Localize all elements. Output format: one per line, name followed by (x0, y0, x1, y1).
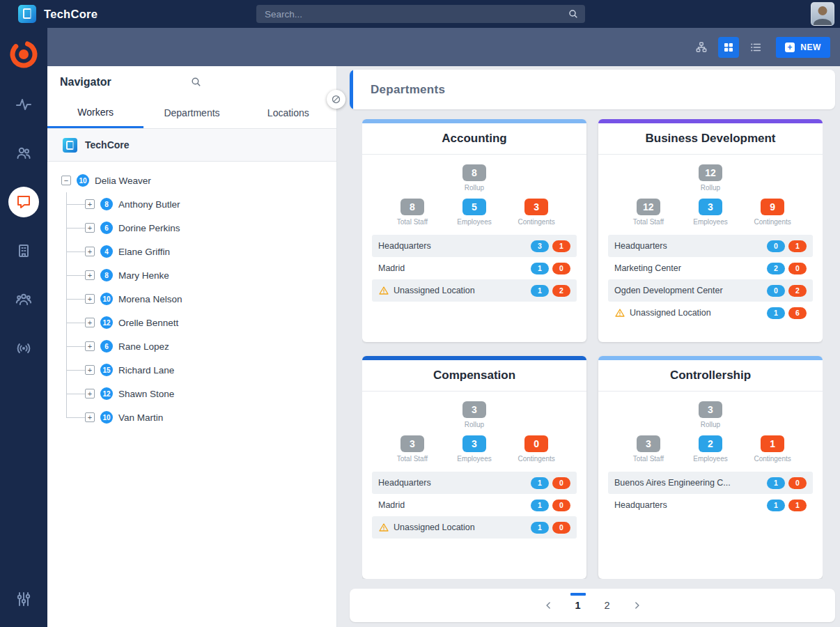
employees-label: Employees (457, 218, 491, 226)
prev-page-button[interactable] (540, 595, 558, 616)
total-staff-count: 3 (400, 435, 424, 452)
search-icon[interactable] (568, 8, 579, 20)
location-name: Marketing Center (614, 263, 763, 273)
department-title[interactable]: Business Development (598, 123, 823, 155)
next-page-button[interactable] (628, 595, 646, 616)
location-row[interactable]: Unassigned Location 1 0 (372, 516, 577, 539)
location-contingents-count: 0 (788, 263, 807, 274)
expand-button[interactable]: + (85, 247, 95, 256)
collapse-button[interactable]: − (61, 176, 71, 185)
location-row[interactable]: Ogden Development Center 0 2 (608, 279, 813, 302)
warning-icon (378, 522, 389, 533)
rollup-count: 8 (462, 164, 486, 181)
view-toolbar: + NEW (47, 28, 840, 66)
tree-root-row: − 10 Delia Weaver (61, 169, 336, 192)
tree-item: + 6 Dorine Perkins (66, 216, 336, 240)
messages-icon[interactable] (8, 187, 39, 217)
worker-name[interactable]: Delia Weaver (95, 176, 151, 186)
location-row[interactable]: Headquarters 1 1 (608, 494, 813, 516)
tab-locations[interactable]: Locations (240, 98, 336, 128)
stats-row: 3 Total Staff 3 Employees 0 Contingents (372, 435, 577, 463)
department-title[interactable]: Accounting (362, 123, 586, 155)
new-button[interactable]: + NEW (776, 37, 830, 58)
page-button-1[interactable]: 1 (569, 595, 587, 616)
location-row[interactable]: Unassigned Location 1 2 (372, 279, 577, 302)
tree-item: + 10 Morena Nelson (66, 287, 336, 311)
list-view-button[interactable] (745, 37, 766, 58)
tree-item: + 4 Elane Griffin (66, 240, 336, 263)
expand-button[interactable]: + (85, 199, 95, 209)
worker-name[interactable]: Elane Griffin (118, 247, 170, 257)
page-list: 12 (569, 595, 616, 616)
user-avatar[interactable] (811, 2, 834, 26)
tab-departments[interactable]: Departments (143, 98, 240, 128)
broadcast-icon[interactable] (8, 333, 39, 364)
activity-icon[interactable] (8, 89, 39, 120)
subordinate-count-badge: 12 (100, 316, 113, 329)
team-icon[interactable] (8, 284, 39, 315)
expand-button[interactable]: + (85, 223, 95, 233)
stats-row: 12 Total Staff 3 Employees 9 Contingents (608, 199, 813, 226)
panel-resize-handle[interactable] (327, 90, 345, 109)
page-button-2[interactable]: 2 (598, 595, 616, 616)
worker-name[interactable]: Van Martin (118, 412, 163, 423)
total-staff-label: Total Staff (397, 218, 428, 226)
location-row[interactable]: Marketing Center 2 0 (608, 257, 813, 279)
worker-name[interactable]: Shawn Stone (118, 389, 174, 399)
department-cards-grid: Accounting 8 Rollup 8 Total Staff 5 Empl… (362, 119, 823, 579)
people-icon[interactable] (8, 138, 39, 169)
tab-workers[interactable]: Workers (47, 98, 143, 128)
expand-button[interactable]: + (85, 365, 95, 375)
stats-row: 8 Total Staff 5 Employees 3 Contingents (372, 199, 577, 226)
location-name: Headquarters (378, 241, 527, 251)
company-logo-icon[interactable] (7, 38, 40, 71)
subordinate-count-badge: 15 (100, 364, 113, 376)
navigator-search-icon[interactable] (190, 76, 202, 88)
location-row[interactable]: Headquarters 3 1 (372, 235, 577, 257)
expand-button[interactable]: + (85, 270, 95, 280)
location-row[interactable]: Madrid 1 0 (372, 494, 577, 516)
worker-name[interactable]: Morena Nelson (118, 294, 182, 304)
location-row[interactable]: Madrid 1 0 (372, 257, 577, 279)
org-chart-view-button[interactable] (691, 37, 712, 58)
tree-item: + 6 Rane Lopez (66, 334, 336, 358)
total-staff-count: 8 (400, 199, 424, 215)
company-name: TechCore (85, 139, 130, 150)
location-employees-count: 1 (531, 477, 549, 489)
location-row[interactable]: Unassigned Location 1 6 (608, 302, 813, 324)
expand-button[interactable]: + (85, 389, 95, 398)
location-row[interactable]: Headquarters 1 0 (372, 472, 577, 494)
worker-name[interactable]: Mary Henke (118, 270, 169, 281)
worker-name[interactable]: Orelle Bennett (118, 318, 178, 328)
location-name: Madrid (378, 500, 527, 510)
expand-button[interactable]: + (85, 294, 95, 304)
expand-button[interactable]: + (85, 412, 95, 422)
location-employees-count: 1 (767, 500, 785, 511)
department-title[interactable]: Controllership (598, 360, 823, 392)
search-input[interactable] (256, 5, 585, 23)
pagination: 12 (350, 589, 835, 622)
worker-name[interactable]: Anthony Butler (118, 199, 180, 210)
expand-button[interactable]: + (85, 318, 95, 327)
worker-tree: − 10 Delia Weaver + 8 Anthony Butler + 6… (47, 162, 336, 429)
location-contingents-count: 0 (552, 263, 570, 274)
department-card: Controllership 3 Rollup 3 Total Staff 2 … (598, 356, 823, 579)
location-contingents-count: 6 (788, 307, 807, 319)
worker-name[interactable]: Dorine Perkins (118, 223, 180, 233)
company-row[interactable]: TechCore (47, 129, 336, 162)
grid-view-button[interactable] (718, 37, 739, 58)
department-title[interactable]: Compensation (362, 360, 586, 392)
rollup-count: 12 (699, 164, 722, 181)
location-row[interactable]: Buenos Aires Engineering C... 1 0 (608, 472, 813, 494)
filters-icon[interactable] (8, 584, 39, 614)
location-list: Buenos Aires Engineering C... 1 0 Headqu… (608, 472, 813, 516)
expand-button[interactable]: + (85, 341, 95, 351)
building-icon[interactable] (8, 235, 39, 266)
location-name: Headquarters (378, 478, 527, 488)
worker-name[interactable]: Richard Lane (118, 365, 174, 376)
location-row[interactable]: Headquarters 0 1 (608, 235, 813, 257)
brand[interactable]: TechCore (18, 5, 98, 23)
worker-name[interactable]: Rane Lopez (118, 341, 169, 352)
rollup-stat: 8 Rollup (372, 164, 577, 192)
location-employees-count: 2 (767, 263, 785, 274)
